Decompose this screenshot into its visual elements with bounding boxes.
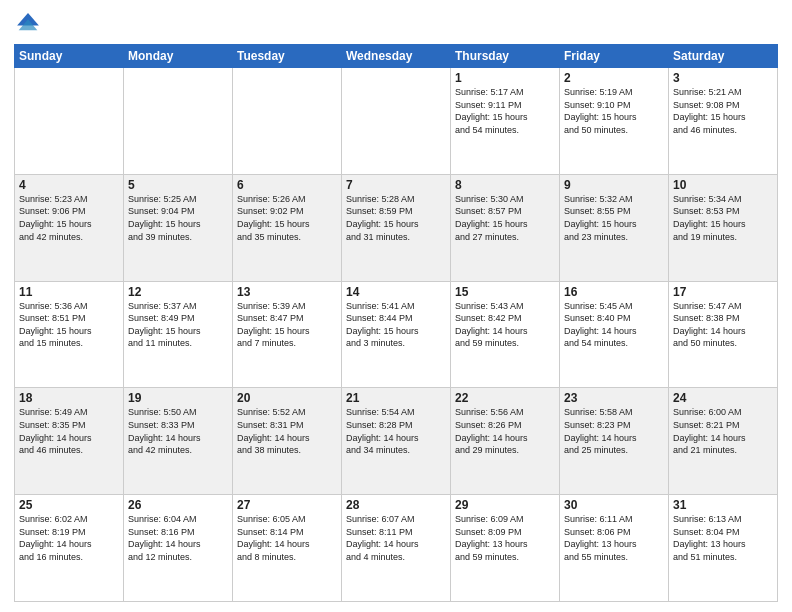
day-info: Sunrise: 5:52 AM Sunset: 8:31 PM Dayligh… <box>237 406 337 456</box>
weekday-header-monday: Monday <box>124 45 233 68</box>
day-info: Sunrise: 5:28 AM Sunset: 8:59 PM Dayligh… <box>346 193 446 243</box>
day-number: 5 <box>128 178 228 192</box>
day-number: 20 <box>237 391 337 405</box>
day-number: 30 <box>564 498 664 512</box>
calendar-cell: 12Sunrise: 5:37 AM Sunset: 8:49 PM Dayli… <box>124 281 233 388</box>
calendar-cell: 27Sunrise: 6:05 AM Sunset: 8:14 PM Dayli… <box>233 495 342 602</box>
weekday-header-tuesday: Tuesday <box>233 45 342 68</box>
day-info: Sunrise: 5:56 AM Sunset: 8:26 PM Dayligh… <box>455 406 555 456</box>
calendar-cell: 2Sunrise: 5:19 AM Sunset: 9:10 PM Daylig… <box>560 68 669 175</box>
calendar-cell <box>124 68 233 175</box>
day-number: 31 <box>673 498 773 512</box>
calendar-cell: 6Sunrise: 5:26 AM Sunset: 9:02 PM Daylig… <box>233 174 342 281</box>
day-info: Sunrise: 5:43 AM Sunset: 8:42 PM Dayligh… <box>455 300 555 350</box>
day-number: 8 <box>455 178 555 192</box>
day-number: 16 <box>564 285 664 299</box>
day-number: 13 <box>237 285 337 299</box>
day-info: Sunrise: 6:13 AM Sunset: 8:04 PM Dayligh… <box>673 513 773 563</box>
calendar-cell: 14Sunrise: 5:41 AM Sunset: 8:44 PM Dayli… <box>342 281 451 388</box>
day-info: Sunrise: 6:07 AM Sunset: 8:11 PM Dayligh… <box>346 513 446 563</box>
day-info: Sunrise: 5:50 AM Sunset: 8:33 PM Dayligh… <box>128 406 228 456</box>
calendar-cell: 28Sunrise: 6:07 AM Sunset: 8:11 PM Dayli… <box>342 495 451 602</box>
day-info: Sunrise: 6:05 AM Sunset: 8:14 PM Dayligh… <box>237 513 337 563</box>
day-info: Sunrise: 5:58 AM Sunset: 8:23 PM Dayligh… <box>564 406 664 456</box>
day-info: Sunrise: 5:41 AM Sunset: 8:44 PM Dayligh… <box>346 300 446 350</box>
calendar-cell: 21Sunrise: 5:54 AM Sunset: 8:28 PM Dayli… <box>342 388 451 495</box>
page: SundayMondayTuesdayWednesdayThursdayFrid… <box>0 0 792 612</box>
calendar-cell: 18Sunrise: 5:49 AM Sunset: 8:35 PM Dayli… <box>15 388 124 495</box>
day-number: 17 <box>673 285 773 299</box>
calendar-row-0: 1Sunrise: 5:17 AM Sunset: 9:11 PM Daylig… <box>15 68 778 175</box>
day-info: Sunrise: 6:04 AM Sunset: 8:16 PM Dayligh… <box>128 513 228 563</box>
day-info: Sunrise: 5:32 AM Sunset: 8:55 PM Dayligh… <box>564 193 664 243</box>
calendar-cell: 29Sunrise: 6:09 AM Sunset: 8:09 PM Dayli… <box>451 495 560 602</box>
weekday-header-friday: Friday <box>560 45 669 68</box>
calendar-cell: 11Sunrise: 5:36 AM Sunset: 8:51 PM Dayli… <box>15 281 124 388</box>
day-number: 11 <box>19 285 119 299</box>
day-number: 2 <box>564 71 664 85</box>
calendar-cell: 19Sunrise: 5:50 AM Sunset: 8:33 PM Dayli… <box>124 388 233 495</box>
calendar-cell: 26Sunrise: 6:04 AM Sunset: 8:16 PM Dayli… <box>124 495 233 602</box>
day-number: 28 <box>346 498 446 512</box>
day-info: Sunrise: 5:45 AM Sunset: 8:40 PM Dayligh… <box>564 300 664 350</box>
day-info: Sunrise: 5:34 AM Sunset: 8:53 PM Dayligh… <box>673 193 773 243</box>
header <box>14 10 778 38</box>
day-info: Sunrise: 6:00 AM Sunset: 8:21 PM Dayligh… <box>673 406 773 456</box>
day-info: Sunrise: 5:26 AM Sunset: 9:02 PM Dayligh… <box>237 193 337 243</box>
calendar-cell: 3Sunrise: 5:21 AM Sunset: 9:08 PM Daylig… <box>669 68 778 175</box>
day-number: 3 <box>673 71 773 85</box>
calendar-row-2: 11Sunrise: 5:36 AM Sunset: 8:51 PM Dayli… <box>15 281 778 388</box>
day-number: 27 <box>237 498 337 512</box>
weekday-header-wednesday: Wednesday <box>342 45 451 68</box>
day-info: Sunrise: 5:25 AM Sunset: 9:04 PM Dayligh… <box>128 193 228 243</box>
day-number: 26 <box>128 498 228 512</box>
calendar-cell: 7Sunrise: 5:28 AM Sunset: 8:59 PM Daylig… <box>342 174 451 281</box>
calendar-cell: 25Sunrise: 6:02 AM Sunset: 8:19 PM Dayli… <box>15 495 124 602</box>
day-number: 10 <box>673 178 773 192</box>
calendar-cell: 31Sunrise: 6:13 AM Sunset: 8:04 PM Dayli… <box>669 495 778 602</box>
calendar-cell: 1Sunrise: 5:17 AM Sunset: 9:11 PM Daylig… <box>451 68 560 175</box>
day-number: 7 <box>346 178 446 192</box>
day-number: 4 <box>19 178 119 192</box>
calendar-cell: 30Sunrise: 6:11 AM Sunset: 8:06 PM Dayli… <box>560 495 669 602</box>
day-info: Sunrise: 5:30 AM Sunset: 8:57 PM Dayligh… <box>455 193 555 243</box>
weekday-header-saturday: Saturday <box>669 45 778 68</box>
day-number: 19 <box>128 391 228 405</box>
day-number: 15 <box>455 285 555 299</box>
calendar-table: SundayMondayTuesdayWednesdayThursdayFrid… <box>14 44 778 602</box>
calendar-cell: 5Sunrise: 5:25 AM Sunset: 9:04 PM Daylig… <box>124 174 233 281</box>
day-info: Sunrise: 6:09 AM Sunset: 8:09 PM Dayligh… <box>455 513 555 563</box>
calendar-cell: 22Sunrise: 5:56 AM Sunset: 8:26 PM Dayli… <box>451 388 560 495</box>
calendar-cell <box>233 68 342 175</box>
day-info: Sunrise: 5:37 AM Sunset: 8:49 PM Dayligh… <box>128 300 228 350</box>
day-number: 22 <box>455 391 555 405</box>
day-info: Sunrise: 5:17 AM Sunset: 9:11 PM Dayligh… <box>455 86 555 136</box>
day-number: 6 <box>237 178 337 192</box>
day-info: Sunrise: 6:02 AM Sunset: 8:19 PM Dayligh… <box>19 513 119 563</box>
calendar-cell: 24Sunrise: 6:00 AM Sunset: 8:21 PM Dayli… <box>669 388 778 495</box>
calendar-cell: 15Sunrise: 5:43 AM Sunset: 8:42 PM Dayli… <box>451 281 560 388</box>
calendar-cell: 9Sunrise: 5:32 AM Sunset: 8:55 PM Daylig… <box>560 174 669 281</box>
day-number: 25 <box>19 498 119 512</box>
day-info: Sunrise: 5:47 AM Sunset: 8:38 PM Dayligh… <box>673 300 773 350</box>
day-info: Sunrise: 5:23 AM Sunset: 9:06 PM Dayligh… <box>19 193 119 243</box>
day-number: 12 <box>128 285 228 299</box>
calendar-cell: 10Sunrise: 5:34 AM Sunset: 8:53 PM Dayli… <box>669 174 778 281</box>
day-number: 18 <box>19 391 119 405</box>
day-number: 1 <box>455 71 555 85</box>
day-info: Sunrise: 6:11 AM Sunset: 8:06 PM Dayligh… <box>564 513 664 563</box>
logo-icon <box>14 10 42 38</box>
calendar-cell: 17Sunrise: 5:47 AM Sunset: 8:38 PM Dayli… <box>669 281 778 388</box>
calendar-row-1: 4Sunrise: 5:23 AM Sunset: 9:06 PM Daylig… <box>15 174 778 281</box>
calendar-row-3: 18Sunrise: 5:49 AM Sunset: 8:35 PM Dayli… <box>15 388 778 495</box>
weekday-header-sunday: Sunday <box>15 45 124 68</box>
calendar-cell: 4Sunrise: 5:23 AM Sunset: 9:06 PM Daylig… <box>15 174 124 281</box>
logo <box>14 10 44 38</box>
day-number: 23 <box>564 391 664 405</box>
day-info: Sunrise: 5:54 AM Sunset: 8:28 PM Dayligh… <box>346 406 446 456</box>
calendar-cell: 20Sunrise: 5:52 AM Sunset: 8:31 PM Dayli… <box>233 388 342 495</box>
day-number: 14 <box>346 285 446 299</box>
day-info: Sunrise: 5:39 AM Sunset: 8:47 PM Dayligh… <box>237 300 337 350</box>
calendar-cell: 8Sunrise: 5:30 AM Sunset: 8:57 PM Daylig… <box>451 174 560 281</box>
day-info: Sunrise: 5:21 AM Sunset: 9:08 PM Dayligh… <box>673 86 773 136</box>
